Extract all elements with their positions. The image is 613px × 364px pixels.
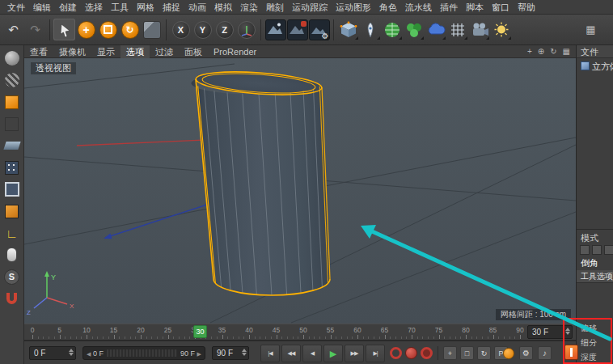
layout-panel-button[interactable]: ▦ bbox=[580, 19, 602, 40]
param-row[interactable]: 偏移 bbox=[577, 322, 613, 335]
attribute-mode-menu[interactable]: 模式 bbox=[577, 231, 613, 244]
camera-button[interactable] bbox=[468, 19, 490, 40]
goto-end-button[interactable]: ▶| bbox=[366, 345, 385, 362]
start-stepper[interactable] bbox=[69, 349, 74, 356]
workplane-mode-button[interactable] bbox=[3, 137, 21, 154]
rotate-tool-button[interactable]: ↻ bbox=[119, 19, 141, 40]
keyframe-options-button[interactable] bbox=[564, 345, 578, 360]
redo-button[interactable]: ↷ bbox=[24, 19, 46, 40]
menubar-item[interactable]: 流水线 bbox=[401, 0, 436, 15]
menubar-item[interactable]: 帮助 bbox=[514, 0, 539, 15]
prev-key-button[interactable]: ◀◀ bbox=[281, 345, 301, 362]
timeline-playhead[interactable]: 30 bbox=[193, 325, 207, 338]
solo-button[interactable] bbox=[503, 348, 514, 359]
menubar-item[interactable]: 角色 bbox=[375, 0, 401, 15]
menubar-item[interactable]: 运动图形 bbox=[332, 0, 375, 15]
param-row[interactable]: 细分 bbox=[577, 336, 613, 349]
model-mode-button[interactable] bbox=[3, 93, 21, 111]
magnet-snap-button[interactable] bbox=[3, 290, 21, 307]
menubar-item[interactable]: 选择 bbox=[81, 0, 107, 15]
range-right-handle[interactable]: 90 F ▶ bbox=[180, 349, 201, 358]
autokey-button[interactable] bbox=[405, 347, 417, 359]
mograph-button[interactable] bbox=[403, 19, 425, 40]
frame-stepper[interactable] bbox=[565, 328, 570, 335]
lock-y-button[interactable]: Y bbox=[192, 19, 213, 40]
switch-view-icon[interactable]: ▦ bbox=[563, 45, 570, 58]
points-mode-button[interactable] bbox=[3, 159, 21, 176]
scale-tool-button[interactable] bbox=[97, 19, 119, 40]
render-view-button[interactable] bbox=[264, 19, 286, 40]
record-keyframe-button[interactable] bbox=[390, 347, 402, 359]
viewport-menu-item[interactable]: 显示 bbox=[91, 45, 120, 58]
record-rotation-button[interactable]: ↻ bbox=[477, 346, 491, 360]
menubar-item[interactable]: 捕捉 bbox=[159, 0, 184, 15]
viewport-menu-item[interactable]: 摄像机 bbox=[53, 45, 91, 58]
attribute-tab-icon[interactable] bbox=[592, 245, 602, 255]
edges-mode-button[interactable] bbox=[3, 180, 21, 198]
menubar-item[interactable]: 创建 bbox=[55, 0, 81, 15]
next-frame-button[interactable]: ▶▶ bbox=[345, 345, 364, 362]
move-tool-button[interactable]: + bbox=[75, 19, 97, 40]
viewport-menu-item[interactable]: ProRender bbox=[208, 45, 262, 58]
lock-z-button[interactable]: Z bbox=[213, 19, 235, 40]
viewport-3d[interactable]: Y X Z 透视视图 网格间距 : 100 cm bbox=[24, 58, 576, 324]
viewport-menu-item[interactable]: 选项 bbox=[120, 45, 150, 58]
enable-axis-button[interactable]: ∟ bbox=[3, 224, 21, 242]
menubar-item[interactable]: 雕刻 bbox=[262, 0, 288, 15]
pan-view-icon[interactable]: + bbox=[527, 45, 532, 58]
record-position-button[interactable]: + bbox=[443, 346, 457, 360]
menubar-item[interactable]: 文件 bbox=[3, 0, 29, 15]
attribute-tab-icon[interactable] bbox=[604, 245, 613, 255]
tab-tool-options[interactable]: 工具选项 bbox=[577, 270, 613, 283]
range-left-handle[interactable]: ◀ 0 F bbox=[87, 349, 104, 358]
render-settings-button[interactable]: ⚙ bbox=[308, 19, 330, 40]
sound-button[interactable]: ♪ bbox=[538, 346, 552, 360]
current-frame-field[interactable]: 30 F bbox=[527, 325, 573, 339]
prev-frame-button[interactable]: ◀ bbox=[302, 345, 322, 362]
menubar-item[interactable]: 编辑 bbox=[29, 0, 55, 15]
object-manager-file-menu[interactable]: 文件 bbox=[577, 45, 613, 58]
rotate-view-icon[interactable]: ↻ bbox=[550, 45, 556, 58]
polygons-mode-button[interactable] bbox=[3, 202, 21, 220]
object-list-item[interactable]: 立方体 bbox=[577, 60, 613, 73]
lock-x-button[interactable]: X bbox=[170, 19, 192, 40]
range-grip[interactable] bbox=[107, 349, 177, 357]
param-row[interactable]: 深度 bbox=[577, 351, 613, 364]
view-label[interactable]: 透视视图 bbox=[31, 62, 76, 74]
keyframe-selection-button[interactable] bbox=[421, 347, 433, 359]
texture-mode-button[interactable] bbox=[3, 71, 21, 89]
menubar-item[interactable]: 脚本 bbox=[462, 0, 488, 15]
field-grid-button[interactable] bbox=[446, 19, 468, 40]
end-stepper[interactable] bbox=[242, 349, 247, 356]
subdivision-surface-button[interactable] bbox=[381, 19, 403, 40]
menubar-item[interactable]: 插件 bbox=[436, 0, 462, 15]
viewport-menu-item[interactable]: 查看 bbox=[24, 45, 53, 58]
preview-range-slider[interactable]: ◀ 0 F 90 F ▶ bbox=[82, 346, 205, 360]
range-start-field[interactable]: 0 F bbox=[29, 346, 76, 360]
play-button[interactable]: ▶ bbox=[323, 345, 343, 362]
viewport-solo-button[interactable] bbox=[3, 246, 21, 264]
viewport-menu-item[interactable]: 面板 bbox=[179, 45, 208, 58]
viewport-menu-item[interactable]: 过滤 bbox=[150, 45, 179, 58]
timeline-ruler[interactable]: 051015202530354045505560657075808590 30 … bbox=[24, 324, 576, 341]
undo-button[interactable]: ↶ bbox=[2, 19, 24, 40]
menubar-item[interactable]: 工具 bbox=[107, 0, 133, 15]
menubar-item[interactable]: 模拟 bbox=[210, 0, 236, 15]
menubar-item[interactable]: 网格 bbox=[133, 0, 159, 15]
range-end-field[interactable]: 90 F bbox=[212, 346, 249, 360]
selection-tool-button[interactable] bbox=[53, 19, 75, 40]
volume-button[interactable] bbox=[425, 19, 446, 40]
zoom-view-icon[interactable]: ⊕ bbox=[538, 45, 544, 58]
spline-pen-button[interactable] bbox=[359, 19, 381, 40]
coord-system-button[interactable] bbox=[235, 19, 257, 40]
cube-primitive-button[interactable] bbox=[337, 19, 359, 40]
light-button[interactable] bbox=[490, 19, 512, 40]
render-picture-viewer-button[interactable] bbox=[286, 19, 308, 40]
menubar-item[interactable]: 渲染 bbox=[236, 0, 262, 15]
menubar-item[interactable]: 动画 bbox=[184, 0, 210, 15]
goto-start-button[interactable]: |◀ bbox=[260, 345, 280, 362]
current-tool-button[interactable] bbox=[141, 19, 163, 40]
make-editable-button[interactable] bbox=[3, 49, 21, 67]
keying-settings-button[interactable]: ⚙ bbox=[519, 346, 533, 360]
snap-toggle-button[interactable]: S bbox=[3, 268, 21, 286]
